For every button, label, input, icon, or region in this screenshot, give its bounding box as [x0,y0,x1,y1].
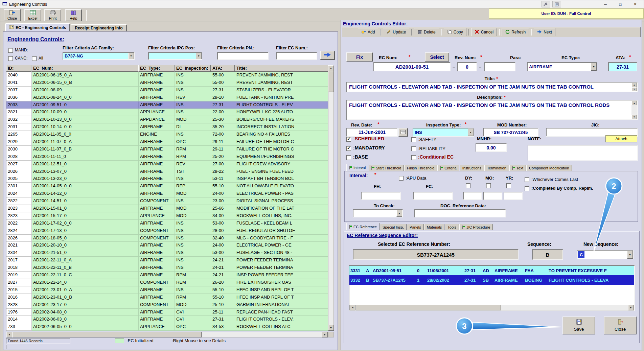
canc-checkbox[interactable] [8,56,13,61]
apu-data-checkbox[interactable] [399,176,404,181]
title-scrollbar[interactable]: ▲▼ [631,83,637,91]
tab-finish-threshold[interactable]: Finish Threshold [404,165,437,171]
attach-button[interactable]: Attach [605,135,637,142]
dy-checkbox[interactable] [466,183,470,188]
filter-ipc-pos-select[interactable]: ▼ [148,52,202,60]
table-row[interactable]: 2025AD2001-13-23_0AIRFRAMEINS53-11INSP A… [6,175,328,183]
conditional-ec-checkbox[interactable] [411,155,416,160]
mand-checkbox[interactable] [8,48,13,53]
table-row[interactable]: 2828AD2001-23-17_0COMPONENTMOD25-10GARMI… [6,301,328,309]
table-row[interactable]: 2014AD2002-06-03_0AIRFRAMEGVI27-31FLIGHT… [6,316,328,323]
scroll-left-icon[interactable]: ◄ [6,332,12,337]
fc-input[interactable] [413,192,453,200]
save-button[interactable]: Save [562,317,595,334]
reference-horizontal-scrollbar[interactable]: ◄ ► [349,305,634,310]
close-window-icon[interactable]: ✕ [629,0,642,8]
maximize-icon[interactable]: □ [614,0,627,8]
tab-jic-procedure[interactable]: JIC Procedure [459,224,493,230]
column-header-ec-num[interactable]: EC_Num: [31,65,138,72]
title-input[interactable]: FLIGHT CONTROLS - ELEVATOR AND TAB - INS… [346,82,638,92]
table-row[interactable]: 2021AD2001-20-10_0AIRFRAMEINS24-00ELECTR… [6,242,328,249]
table-row[interactable]: 733AD2002-06-05_0_0APPLIANCEOPC34-53ROCK… [6,323,328,331]
ec-num-input[interactable]: AD2001-09-51 [373,62,451,71]
dy-input[interactable] [463,192,482,200]
horizontal-scroll-thumb[interactable] [12,332,202,337]
completed-by-comp-replm-checkbox[interactable] [525,186,529,191]
tab-interval[interactable]: Interval [346,164,368,171]
table-row[interactable]: 2029AD2001-11-07_0_AAIRFRAMEOPC29-11FAIL… [6,138,328,146]
cancel-button[interactable]: Cancel [471,28,497,36]
mod-number-input[interactable]: SB 737-27A1245 [483,128,538,137]
tab-criteria[interactable]: Criteria [437,165,459,171]
tab-component-modification[interactable]: Component Modification [526,165,572,171]
mo-checkbox[interactable] [486,183,491,188]
tab-ec-reference[interactable]: EC Reference [346,223,380,230]
scroll-up-icon[interactable]: ▲ [631,83,637,87]
table-row[interactable]: 1976AD2002-04-08_0AIRFRAMEGVI25-11REPLAC… [6,309,328,316]
tab-special-insp[interactable]: Special Insp. [380,224,407,230]
table-row[interactable]: 2022AD2001-17-02_0_0AIRFRAMEINS53-00FUSE… [6,220,328,227]
scroll-down-icon[interactable]: ▼ [631,87,637,92]
tab-termination[interactable]: Termination [484,165,509,171]
to-check-select[interactable]: ▼ [353,209,403,217]
all-checkbox[interactable] [32,56,37,61]
mandatory-checkbox[interactable] [346,146,351,151]
column-header-id[interactable]: ID: [6,65,31,72]
whichever-comes-last-checkbox[interactable] [525,177,529,182]
tab-instructions[interactable]: Instructions [460,165,484,171]
scroll-right-icon[interactable]: ► [322,332,328,337]
tab-start-threshold[interactable]: Start Threshold [369,165,404,171]
copy-button[interactable]: Copy [444,28,466,36]
table-row[interactable]: 2024AD2001-14-12_0AIRFRAMEMOD24-00ELECTR… [6,190,328,197]
rev-date-input[interactable]: 11-Jun-2001 [346,128,398,137]
base-checkbox[interactable] [346,155,351,160]
scroll-right-icon[interactable]: ► [628,305,634,310]
table-row[interactable]: 2032AD2001-10-13_0_0APPLIANCEMOD25-30BOI… [6,116,328,123]
close-editor-button[interactable]: Close [604,317,637,334]
table-row[interactable]: 2827AD2001-22-14_0COMPONENTREM26-20FIRE … [6,279,328,286]
tab-text[interactable]: Text [509,165,526,171]
description-scrollbar[interactable]: ▲▼ [631,101,637,119]
table-row[interactable]: 2265AD2001-11-05_0_0ENGINEINS72-00BEARIN… [6,131,328,138]
table-row[interactable]: 2036AD2001-08-24_0_0AIRFRAMEREV28-10FUEL… [6,94,328,101]
table-row[interactable]: 2033AD2001-09-51_0AIRFRAMEINS27-31FLIGHT… [6,101,328,109]
tab-materials[interactable]: Materials [424,224,445,230]
table-vertical-scrollbar[interactable]: ▲ ▼ [328,65,334,331]
minimize-icon[interactable]: ─ [599,0,612,8]
table-row[interactable]: 2028AD2001-11-11_0AIRFRAMERPM25-20EQUIPM… [6,153,328,161]
table-row[interactable]: 2026AD2001-13-07_0AIRFRAMETST28-22FUEL -… [6,168,328,176]
reference-row[interactable]: 3332BSB737-27A1245128/02/200227-31SBAIRF… [349,275,634,285]
add-button[interactable]: Add [358,28,378,36]
table-row[interactable]: 2301AD2001-14-05_0_0AIRFRAMEREP55-10NOT … [6,183,328,190]
table-row[interactable]: 2824AD2001-17-13_0COMPONENTINS28-00FUEL … [6,227,328,235]
scroll-down-icon[interactable]: ▼ [328,325,334,331]
chevron-down-icon[interactable]: ▼ [396,210,402,217]
table-row[interactable]: 2031AD2001-10-14_0_0AIRFRAMEDI35-20INCOR… [6,123,328,131]
reference-row[interactable]: 3331AAD2001-09-51011/06/200127-31ADAIRFR… [349,266,634,275]
table-row[interactable]: 2822AD2001-14-51_0COMPONENTINS23-00DIGIT… [6,197,328,205]
vertical-scroll-thumb[interactable] [328,71,334,92]
rev-num-input[interactable]: 0 [457,62,477,71]
tab-tools[interactable]: Tools [445,224,459,230]
calendar-button[interactable] [398,128,408,137]
table-row[interactable]: 2040AD2001-06-15_0_AAIRFRAMEINS55-00PREV… [6,72,328,79]
tools-icon[interactable] [542,1,550,7]
apply-filter-button[interactable] [320,51,335,60]
tab-receipt-engineering-info[interactable]: Receipt Engineering Info [71,24,127,31]
mnhr-input[interactable]: 0.00 [476,143,507,152]
update-button[interactable]: Update [383,28,409,36]
column-header-ata[interactable]: ATA: [211,65,235,72]
yr-checkbox[interactable] [506,183,511,188]
mo-input[interactable] [483,192,502,200]
safety-checkbox[interactable] [411,137,416,142]
chevron-down-icon[interactable]: ▼ [468,128,474,136]
doc-reference-input[interactable] [414,209,506,217]
new-sequence-select[interactable]: C ▼ [577,250,634,259]
table-row[interactable]: 2018AD2001-22-11_0_BAIRFRAMEINS24-21POWE… [6,264,328,272]
inspection-type-select[interactable]: INS ▼ [413,128,474,137]
clipboard-icon[interactable] [552,1,561,7]
reliability-checkbox[interactable] [411,146,416,151]
yr-input[interactable] [504,192,523,200]
table-row[interactable]: 2023AD2001-15-01_0AIRFRAMEMOD25-66MODIFI… [6,205,328,212]
help-button[interactable]: Help [65,9,82,21]
